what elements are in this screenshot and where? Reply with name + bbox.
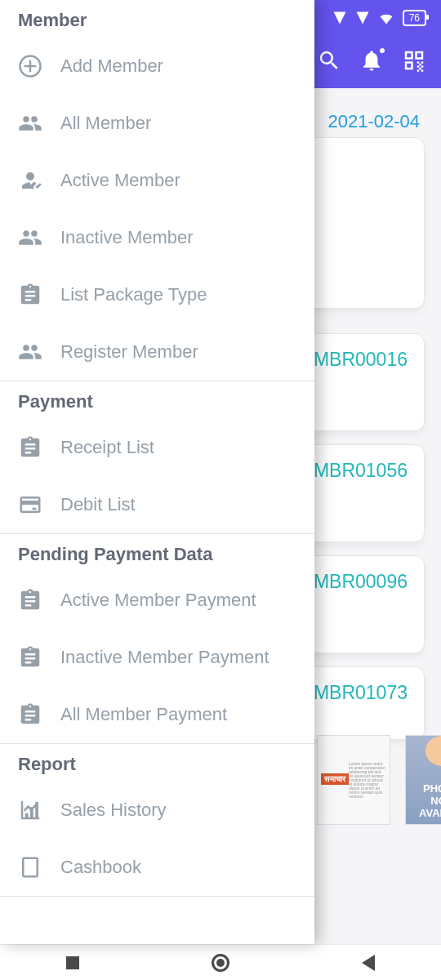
nav-item-register-member[interactable]: Register Member (0, 323, 314, 381)
nav-item-label: Active Member Payment (60, 590, 256, 611)
users-icon (18, 340, 42, 364)
chart-icon (18, 798, 42, 822)
nav-item-list-package-type[interactable]: List Package Type (0, 266, 314, 323)
section-title-report: Report (0, 744, 314, 782)
nav-item-receipt-list[interactable]: Receipt List (0, 419, 314, 476)
nav-item-label: All Member (60, 113, 151, 134)
section-title-member: Member (0, 0, 314, 38)
nav-item-label: Receipt List (60, 437, 154, 458)
clipboard-icon (18, 435, 42, 460)
book-icon (18, 855, 42, 880)
nav-item-label: Inactive Member (60, 227, 194, 248)
clipboard-icon (18, 702, 42, 727)
nav-item-label: Sales History (60, 800, 167, 821)
nav-item-debit-list[interactable]: Debit List (0, 476, 314, 533)
nav-item-sales-history[interactable]: Sales History (0, 782, 314, 839)
clipboard-icon (18, 283, 42, 307)
user-check-icon (18, 168, 42, 193)
nav-item-inactive-member-payment[interactable]: Inactive Member Payment (0, 629, 314, 686)
nav-item-cashbook[interactable]: Cashbook (0, 839, 314, 896)
nav-item-label: Inactive Member Payment (60, 647, 270, 668)
nav-item-label: Debit List (60, 494, 136, 515)
plus-circle-icon (18, 54, 42, 78)
nav-item-all-member-payment[interactable]: All Member Payment (0, 686, 314, 743)
clipboard-icon (18, 588, 42, 612)
users-icon (18, 111, 42, 136)
nav-item-label: Register Member (60, 341, 198, 363)
nav-item-active-member[interactable]: Active Member (0, 152, 314, 209)
section-title-pending: Pending Payment Data (0, 534, 314, 572)
clipboard-icon (18, 645, 42, 670)
card-icon (18, 492, 42, 517)
divider (0, 896, 314, 897)
section-title-payment: Payment (0, 381, 314, 419)
nav-item-label: Add Member (60, 56, 163, 77)
nav-item-label: Active Member (60, 170, 180, 191)
nav-item-add-member[interactable]: Add Member (0, 38, 314, 95)
nav-item-label: List Package Type (60, 284, 207, 305)
users-icon (18, 225, 42, 250)
nav-item-label: All Member Payment (60, 704, 227, 725)
nav-item-active-member-payment[interactable]: Active Member Payment (0, 572, 314, 629)
nav-item-label: Cashbook (60, 857, 141, 878)
nav-drawer: Member Add Member All Member Active Memb… (0, 0, 314, 944)
nav-item-all-member[interactable]: All Member (0, 95, 314, 152)
nav-item-inactive-member[interactable]: Inactive Member (0, 209, 314, 266)
